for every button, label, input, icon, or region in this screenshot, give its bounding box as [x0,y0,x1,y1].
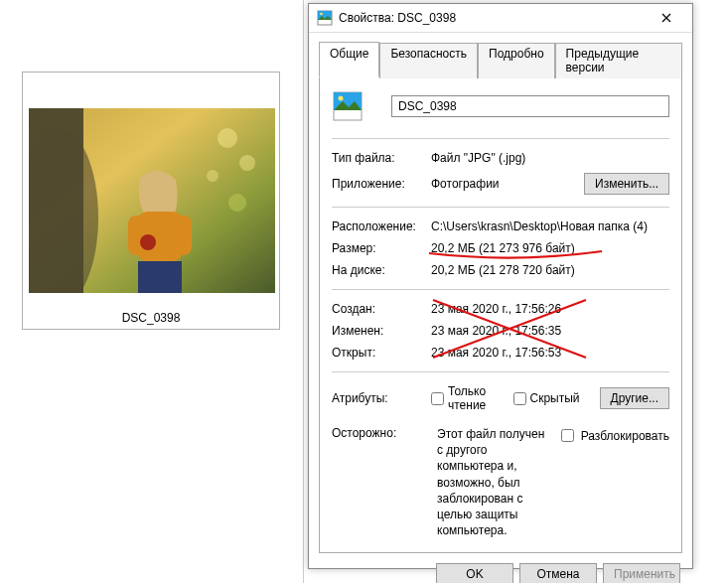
tab-details[interactable]: Подробно [478,43,555,78]
close-button[interactable] [647,4,686,32]
change-app-button[interactable]: Изменить... [584,173,669,195]
size-label: Размер: [332,241,431,255]
thumbnail-image [29,108,275,293]
filename-input[interactable] [391,95,669,117]
caution-text: Этот файл получен с другого компьютера и… [437,426,551,538]
unblock-checkbox-label[interactable]: Разблокировать [557,426,669,445]
attributes-label: Атрибуты: [332,391,431,405]
readonly-text: Только чтение [448,384,494,412]
photo-placeholder-icon [29,108,275,293]
size-value-text: 20,2 МБ (21 273 976 байт) [431,241,575,255]
readonly-checkbox-label[interactable]: Только чтение [431,384,494,412]
hidden-text: Скрытый [530,391,580,405]
properties-dialog: Свойства: DSC_0398 Общие Безопасность По… [308,3,693,569]
dialog-footer: OK Отмена Применить [309,553,692,583]
svg-point-11 [207,170,218,182]
window-title: Свойства: DSC_0398 [339,11,647,25]
tab-security[interactable]: Безопасность [379,43,478,78]
created-label: Создан: [332,302,431,316]
unblock-checkbox[interactable] [561,429,574,442]
titlebar[interactable]: Свойства: DSC_0398 [309,4,692,33]
svg-point-9 [218,128,237,148]
readonly-checkbox[interactable] [431,392,444,405]
svg-rect-8 [138,261,182,293]
app-label: Приложение: [332,177,431,191]
svg-rect-6 [176,216,192,255]
hidden-checkbox-label[interactable]: Скрытый [513,391,580,405]
close-icon [661,13,671,23]
svg-rect-5 [128,216,144,255]
explorer-panel: DSC_0398 [0,0,304,583]
ondisk-value: 20,2 МБ (21 278 720 байт) [431,263,669,277]
file-icon [332,90,364,122]
divider [332,207,669,208]
app-value: Фотографии [431,177,584,191]
tab-general[interactable]: Общие [319,42,379,77]
modified-label: Изменен: [332,324,431,338]
unblock-text: Разблокировать [581,429,669,443]
window-icon [317,10,333,26]
tabstrip: Общие Безопасность Подробно Предыдущие в… [319,41,682,76]
ok-button[interactable]: OK [436,563,513,583]
modified-value: 23 мая 2020 г., 17:56:35 [431,324,669,338]
location-value: C:\Users\krasn\Desktop\Новая папка (4) [431,219,669,233]
created-value: 23 мая 2020 г., 17:56:26 [431,302,669,316]
location-label: Расположение: [332,219,431,233]
size-value: 20,2 МБ (21 273 976 байт) [431,241,669,255]
caution-label: Осторожно: [332,426,431,440]
cancel-button[interactable]: Отмена [519,563,597,583]
divider [332,289,669,290]
svg-point-10 [239,155,255,171]
filetype-label: Тип файла: [332,151,431,165]
accessed-label: Открыт: [332,346,431,360]
svg-point-7 [140,234,156,250]
svg-point-12 [228,194,246,212]
divider [332,138,669,139]
filetype-value: Файл "JPG" (.jpg) [431,151,669,165]
apply-button[interactable]: Применить [603,563,680,583]
tab-previous-versions[interactable]: Предыдущие версии [555,43,682,78]
thumbnail-caption: DSC_0398 [29,311,273,325]
svg-point-15 [320,13,323,16]
accessed-value: 23 мая 2020 г., 17:56:53 [431,346,669,360]
other-attributes-button[interactable]: Другие... [600,387,669,409]
svg-point-18 [339,96,344,101]
divider [332,371,669,372]
ondisk-label: На диске: [332,263,431,277]
tab-content-general: Тип файла: Файл "JPG" (.jpg) Приложение:… [319,76,682,553]
file-thumbnail[interactable]: DSC_0398 [22,72,280,330]
hidden-checkbox[interactable] [513,392,526,405]
